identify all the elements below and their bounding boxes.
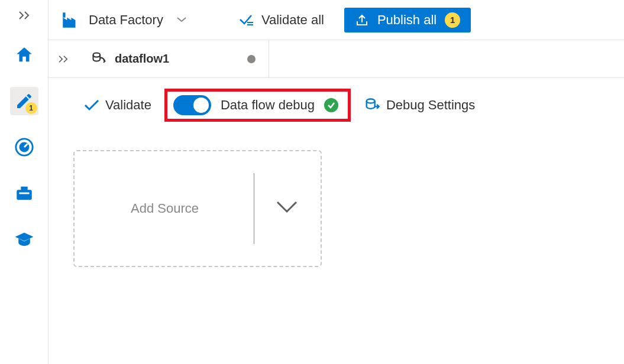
left-rail: 1 (0, 0, 49, 364)
dataflow-icon (91, 51, 108, 67)
gauge-icon (14, 137, 34, 157)
rail-expand-icon[interactable] (18, 11, 31, 23)
graduation-cap-icon (14, 231, 34, 248)
publish-all-label: Publish all (377, 12, 437, 28)
tab-expand-icon[interactable] (49, 55, 78, 63)
publish-icon (355, 13, 369, 27)
add-source-box[interactable]: Add Source (73, 150, 322, 267)
author-badge: 1 (25, 102, 37, 114)
dataflow-canvas: Add Source (49, 132, 624, 285)
svg-point-5 (367, 99, 375, 103)
svg-point-4 (93, 53, 101, 57)
validate-all-icon (239, 14, 256, 27)
workspace-selector[interactable]: Data Factory (60, 10, 187, 30)
debug-toggle-label: Data flow debug (221, 98, 315, 113)
validate-all-label: Validate all (261, 12, 324, 28)
publish-badge: 1 (445, 12, 460, 28)
learn-nav[interactable] (10, 225, 38, 254)
tab-dirty-indicator (247, 55, 256, 63)
toolbox-icon (14, 183, 34, 203)
debug-settings-icon (364, 97, 380, 113)
tab-label: dataflow1 (115, 52, 169, 66)
checkmark-icon (84, 99, 99, 111)
svg-rect-2 (19, 193, 29, 194)
add-source-chevron-icon[interactable] (254, 200, 319, 217)
factory-icon (60, 10, 80, 30)
add-source-label: Add Source (76, 201, 254, 216)
toggle-knob (193, 98, 209, 113)
check-circle-icon (324, 98, 338, 112)
author-nav[interactable]: 1 (10, 87, 38, 115)
validate-label: Validate (105, 98, 151, 113)
debug-settings-button[interactable]: Debug Settings (364, 97, 475, 113)
home-icon (14, 45, 34, 65)
debug-highlight: Data flow debug (164, 89, 351, 122)
tab-bar: dataflow1 (49, 40, 624, 78)
svg-rect-3 (63, 12, 65, 18)
debug-toggle[interactable] (173, 95, 211, 115)
validate-all-button[interactable]: Validate all (233, 9, 330, 31)
home-nav[interactable] (10, 41, 38, 69)
monitor-nav[interactable] (10, 133, 38, 161)
tab-dataflow1[interactable]: dataflow1 (78, 40, 269, 77)
manage-nav[interactable] (10, 179, 38, 207)
top-toolbar: Data Factory Validate all Publish all 1 (49, 0, 624, 40)
validate-button[interactable]: Validate (84, 98, 151, 113)
chevron-down-icon (176, 15, 187, 25)
workspace-label: Data Factory (89, 12, 163, 28)
publish-all-button[interactable]: Publish all 1 (344, 8, 471, 32)
command-bar: Validate Data flow debug Debug Settings (49, 78, 624, 132)
debug-settings-label: Debug Settings (386, 98, 475, 113)
